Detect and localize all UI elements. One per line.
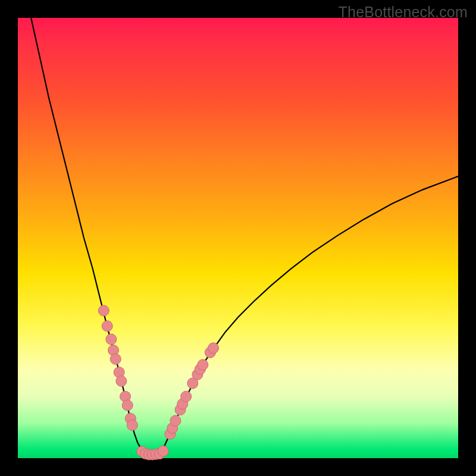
data-marker bbox=[110, 354, 121, 365]
data-marker bbox=[208, 343, 219, 353]
data-marker bbox=[158, 446, 168, 456]
data-marker bbox=[181, 391, 192, 402]
data-marker bbox=[122, 400, 133, 411]
plot-area bbox=[18, 18, 458, 458]
watermark-text: TheBottleneck.com bbox=[339, 4, 468, 21]
data-marker bbox=[170, 415, 181, 426]
data-markers bbox=[98, 305, 218, 460]
data-marker bbox=[98, 305, 109, 316]
data-marker bbox=[102, 321, 112, 331]
data-marker bbox=[116, 376, 127, 387]
data-marker bbox=[106, 334, 117, 345]
data-marker bbox=[198, 359, 208, 370]
bottleneck-curve bbox=[31, 18, 458, 456]
chart-svg bbox=[18, 18, 458, 458]
data-marker bbox=[127, 420, 137, 431]
